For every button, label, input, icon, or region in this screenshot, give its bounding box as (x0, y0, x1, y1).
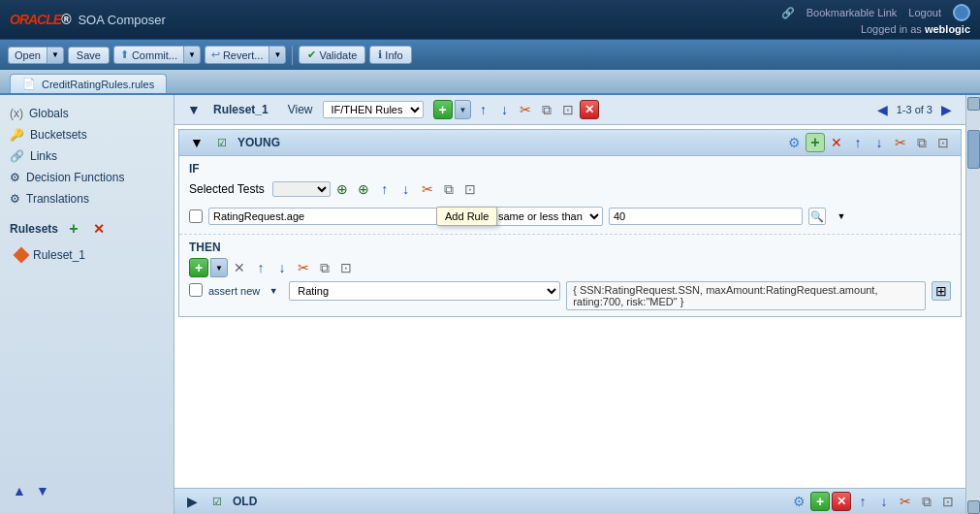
old-expand-icon[interactable]: ▶ (182, 492, 202, 511)
old-paste[interactable]: ⊡ (938, 492, 958, 511)
open-dropdown-arrow[interactable]: ▼ (47, 47, 64, 64)
action-checkbox[interactable] (189, 283, 203, 297)
sidebar-decision-functions-label: Decision Functions (26, 171, 124, 184)
rule-add-btn[interactable]: + (806, 133, 825, 152)
condition-val-dropdown[interactable]: ▼ (832, 207, 851, 226)
rule-move-up[interactable]: ↑ (848, 133, 868, 152)
then-move-up[interactable]: ↑ (251, 258, 270, 277)
then-add-btn[interactable]: + (189, 258, 208, 277)
open-button[interactable]: Open (8, 47, 47, 64)
rule-delete-icon[interactable]: ✕ (827, 133, 846, 152)
nav-left-btn[interactable]: ◀ (873, 100, 893, 119)
sidebar-item-globals[interactable]: (x) Globals (0, 103, 174, 124)
collapse-icon[interactable]: ▼ (184, 100, 204, 119)
old-move-up[interactable]: ↑ (853, 492, 872, 511)
then-delete-btn[interactable]: ✕ (230, 258, 249, 277)
nav-right-btn[interactable]: ▶ (936, 100, 956, 119)
add-rule-tooltip: Add Rule (436, 207, 497, 226)
old-move-down[interactable]: ↓ (874, 492, 894, 511)
old-cut[interactable]: ✂ (896, 492, 915, 511)
paste-btn[interactable]: ⊡ (558, 100, 578, 119)
rule-active-icon[interactable]: ☑ (212, 133, 232, 152)
sidebar-item-links[interactable]: 🔗 Links (0, 145, 174, 167)
delete-btn[interactable]: ✕ (580, 100, 599, 119)
sidebar-bucketsets-label: Bucketsets (30, 128, 87, 142)
cond-move-down[interactable]: ↓ (396, 179, 416, 199)
commit-combo[interactable]: ⬆ Commit... ▼ (113, 46, 201, 64)
rule-collapse-icon[interactable]: ▼ (187, 133, 206, 152)
sidebar-item-decision-functions[interactable]: ⚙ Decision Functions (0, 167, 174, 188)
rule-paste[interactable]: ⊡ (933, 133, 953, 152)
save-button[interactable]: Save (68, 47, 110, 64)
add-ruleset-button[interactable]: + (64, 219, 83, 239)
condition-operator-select[interactable]: same or less than (490, 207, 603, 226)
cond-move-up[interactable]: ↑ (375, 179, 395, 199)
move-down-btn[interactable]: ↓ (494, 100, 514, 119)
rule-cut[interactable]: ✂ (891, 133, 910, 152)
scroll-up-btn[interactable] (967, 97, 980, 111)
condition-value-input[interactable] (609, 208, 803, 225)
ruleset-toolbar: + ▼ ↑ ↓ ✂ ⧉ ⊡ ✕ (433, 100, 600, 119)
ruleset-item-1[interactable]: Ruleset_1 (0, 244, 174, 266)
then-move-down[interactable]: ↓ (272, 258, 292, 277)
bucketsets-icon: 🔑 (10, 128, 24, 142)
cond-add-or[interactable]: ⊕ (354, 179, 373, 199)
revert-button[interactable]: ↩ Revert... (205, 46, 269, 64)
revert-dropdown-arrow[interactable]: ▼ (269, 46, 286, 64)
old-active-icon[interactable]: ☑ (207, 492, 227, 511)
condition-field-input[interactable] (208, 208, 460, 225)
condition-value-search-icon[interactable]: 🔍 (808, 208, 826, 225)
add-rule-btn[interactable]: + (433, 100, 453, 119)
then-dropdown-arrow[interactable]: ▼ (210, 258, 228, 277)
commit-dropdown-arrow[interactable]: ▼ (183, 46, 201, 64)
cut-btn[interactable]: ✂ (516, 100, 535, 119)
open-combo[interactable]: Open ▼ (8, 47, 64, 64)
sidebar-item-translations[interactable]: ⚙ Translations (0, 188, 174, 209)
action-type-select[interactable]: Rating (289, 281, 560, 301)
revert-combo[interactable]: ↩ Revert... ▼ (205, 46, 287, 64)
remove-ruleset-button[interactable]: ✕ (89, 219, 109, 239)
scroll-thumb[interactable] (967, 130, 980, 169)
validate-icon: ✔ (307, 48, 316, 61)
cond-cut[interactable]: ✂ (418, 179, 437, 199)
then-paste[interactable]: ⊡ (336, 258, 356, 277)
rulesets-label: Rulesets (10, 222, 58, 236)
rule-move-down[interactable]: ↓ (869, 133, 889, 152)
decision-functions-icon: ⚙ (10, 171, 20, 184)
condition-checkbox[interactable] (189, 209, 203, 223)
cond-copy[interactable]: ⧉ (439, 179, 458, 199)
bookmarkable-link[interactable]: Bookmarkable Link (806, 7, 898, 18)
old-ruleset-name: OLD (233, 495, 257, 508)
old-copy[interactable]: ⧉ (917, 492, 936, 511)
rule-gear-icon[interactable]: ⚙ (784, 133, 804, 152)
sidebar-up-arrow[interactable]: ▲ (10, 481, 29, 500)
info-button[interactable]: ℹ Info (369, 46, 411, 64)
dropdown-arrow-btn[interactable]: ▼ (455, 100, 472, 119)
logo-text: ® (61, 12, 70, 27)
cond-paste[interactable]: ⊡ (460, 179, 480, 199)
commit-button[interactable]: ⬆ Commit... (113, 46, 183, 64)
old-gear[interactable]: ⚙ (789, 492, 808, 511)
then-cut[interactable]: ✂ (294, 258, 313, 277)
scrollbar[interactable] (965, 95, 980, 514)
action-edit-btn[interactable]: ⊞ (932, 281, 951, 301)
cond-add-and[interactable]: ⊕ (332, 179, 352, 199)
scroll-down-btn[interactable] (967, 500, 980, 514)
rule-copy[interactable]: ⧉ (912, 133, 932, 152)
then-copy[interactable]: ⧉ (315, 258, 334, 277)
logout-link[interactable]: Logout (908, 7, 941, 18)
sidebar-translations-label: Translations (26, 192, 89, 206)
old-delete-btn[interactable]: ✕ (832, 492, 851, 511)
move-up-btn[interactable]: ↑ (473, 100, 492, 119)
tab-creditratingrules[interactable]: 📄 CreditRatingRules.rules (10, 74, 167, 93)
sidebar-item-bucketsets[interactable]: 🔑 Bucketsets (0, 124, 174, 145)
action-dropdown-arrow[interactable]: ▼ (264, 281, 283, 301)
sidebar-down-arrow[interactable]: ▼ (33, 481, 52, 500)
validate-button[interactable]: ✔ Validate (299, 46, 365, 64)
condition-combinator-select[interactable] (272, 181, 331, 197)
copy-btn[interactable]: ⧉ (537, 100, 556, 119)
view-select[interactable]: IF/THEN Rules (323, 101, 424, 118)
action-label-area: assert new ▼ (208, 281, 283, 301)
old-add-btn[interactable]: + (810, 492, 830, 511)
link-icon: 🔗 (781, 7, 795, 19)
